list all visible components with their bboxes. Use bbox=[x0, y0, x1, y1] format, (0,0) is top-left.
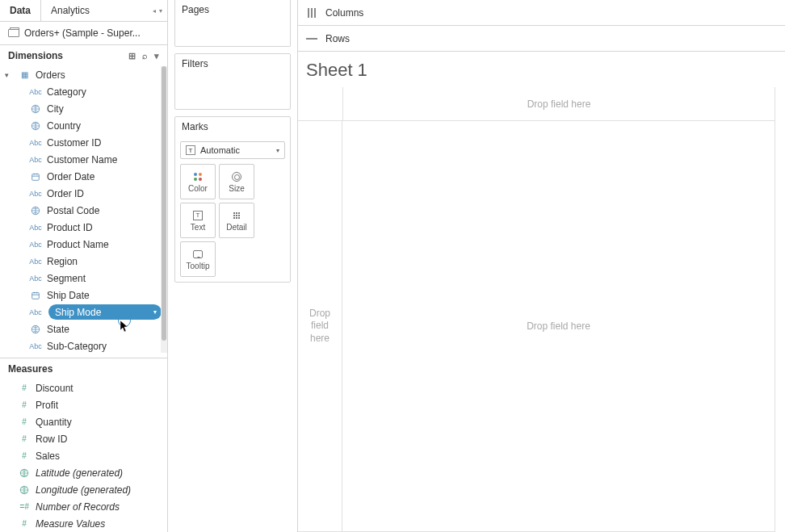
dimension-state[interactable]: State bbox=[0, 320, 167, 337]
measure-measure-values[interactable]: #Measure Values bbox=[0, 515, 167, 532]
dimension-product-name[interactable]: AbcProduct Name bbox=[0, 236, 167, 253]
measure-profit[interactable]: #Profit bbox=[0, 396, 167, 413]
dimensions-list: ▾ ▦ Orders AbcCategoryCityCountryAbcCust… bbox=[0, 66, 167, 354]
columns-icon bbox=[306, 8, 317, 18]
rows-label: Rows bbox=[325, 33, 350, 44]
viz-drop-area[interactable]: Drop field here Drop field here Drop fie… bbox=[298, 87, 775, 532]
field-label: Profit bbox=[36, 400, 58, 411]
detail-button[interactable]: Detail bbox=[219, 203, 254, 238]
dimension-product-id[interactable]: AbcProduct ID bbox=[0, 219, 167, 236]
size-button[interactable]: Size bbox=[219, 164, 254, 199]
measure-quantity[interactable]: #Quantity bbox=[0, 413, 167, 430]
rows-shelf[interactable]: Rows bbox=[298, 26, 785, 52]
text-button[interactable]: T Text bbox=[180, 203, 216, 238]
field-label: Row ID bbox=[36, 434, 67, 445]
datasource-icon bbox=[8, 29, 19, 37]
field-label: Country bbox=[47, 120, 81, 132]
field-label: Customer Name bbox=[47, 154, 117, 165]
chevron-down-icon: ▾ bbox=[5, 71, 13, 79]
dimension-city[interactable]: City bbox=[0, 100, 167, 117]
detail-icon bbox=[233, 210, 240, 221]
field-type-icon: Abc bbox=[29, 341, 42, 350]
view-table-icon[interactable]: ⊞ bbox=[128, 51, 136, 61]
field-label: Discount bbox=[36, 383, 73, 394]
field-type-icon bbox=[29, 104, 42, 114]
field-label: Order Date bbox=[47, 171, 94, 182]
sheet-title[interactable]: Sheet 1 bbox=[298, 60, 775, 81]
svg-rect-7 bbox=[32, 292, 40, 299]
dimension-region[interactable]: AbcRegion bbox=[0, 253, 167, 270]
field-type-icon: Abc bbox=[29, 155, 42, 164]
field-type-icon: Abc bbox=[29, 274, 42, 283]
measure-longitude-generated-[interactable]: Longitude (generated) bbox=[0, 481, 167, 498]
datasource-row[interactable]: Orders+ (Sample - Super... bbox=[0, 22, 167, 45]
measure-latitude-generated-[interactable]: Latitude (generated) bbox=[0, 464, 167, 481]
data-analytics-tabs: Data Analytics bbox=[0, 0, 167, 22]
size-icon bbox=[232, 171, 241, 182]
filters-card[interactable]: Filters bbox=[174, 53, 291, 110]
cards-column: Pages Filters Marks T Automatic Color Si… bbox=[168, 0, 297, 532]
field-label: Segment bbox=[47, 273, 86, 284]
menu-dropdown-icon[interactable]: ▾ bbox=[154, 51, 159, 61]
field-label: Sub-Category bbox=[47, 341, 107, 352]
svg-rect-2 bbox=[32, 174, 40, 180]
field-type-icon bbox=[29, 206, 42, 216]
field-label: City bbox=[47, 103, 64, 115]
columns-shelf[interactable]: Columns bbox=[298, 0, 785, 26]
dimension-ship-mode[interactable]: AbcShip Mode bbox=[0, 304, 167, 320]
dimension-customer-id[interactable]: AbcCustomer ID bbox=[0, 134, 167, 151]
field-label: State bbox=[47, 324, 69, 335]
field-type-icon: Abc bbox=[29, 189, 42, 198]
field-type-icon: Abc bbox=[29, 138, 42, 147]
table-icon: ▦ bbox=[18, 70, 31, 79]
tooltip-button[interactable]: Tooltip bbox=[180, 241, 216, 277]
field-type-icon bbox=[29, 291, 42, 300]
columns-label: Columns bbox=[325, 7, 363, 19]
dimension-sub-category[interactable]: AbcSub-Category bbox=[0, 337, 167, 354]
field-type-icon: # bbox=[18, 519, 31, 528]
pages-card[interactable]: Pages bbox=[174, 0, 291, 47]
field-label: Latitude (generated) bbox=[36, 467, 123, 479]
measure-sales[interactable]: #Sales bbox=[0, 447, 167, 464]
measure-row-id[interactable]: #Row ID bbox=[0, 430, 167, 447]
viz-container: Sheet 1 Drop field here Drop field here … bbox=[298, 52, 785, 532]
text-icon: T bbox=[193, 210, 203, 221]
dimension-order-date[interactable]: Order Date bbox=[0, 168, 167, 185]
field-type-icon: Abc bbox=[29, 87, 42, 96]
table-orders[interactable]: ▾ ▦ Orders bbox=[0, 66, 167, 83]
marks-title: Marks bbox=[175, 117, 290, 136]
field-type-icon: # bbox=[18, 400, 31, 409]
field-type-icon bbox=[18, 485, 31, 495]
field-label: Longitude (generated) bbox=[36, 484, 131, 496]
measure-discount[interactable]: #Discount bbox=[0, 379, 167, 396]
field-type-icon: =# bbox=[18, 502, 31, 511]
field-pill[interactable]: Ship Mode bbox=[48, 304, 162, 320]
dimension-ship-date[interactable]: Ship Date bbox=[0, 287, 167, 304]
measures-label: Measures bbox=[8, 363, 52, 375]
field-label: Product ID bbox=[47, 222, 93, 233]
field-type-icon bbox=[29, 121, 42, 131]
color-icon bbox=[194, 171, 202, 182]
dimension-segment[interactable]: AbcSegment bbox=[0, 270, 167, 287]
dimension-category[interactable]: AbcCategory bbox=[0, 83, 167, 100]
measure-number-of-records[interactable]: =#Number of Records bbox=[0, 498, 167, 515]
dimension-country[interactable]: Country bbox=[0, 117, 167, 134]
color-button[interactable]: Color bbox=[180, 164, 216, 199]
measures-list: #Discount#Profit#Quantity#Row ID#SalesLa… bbox=[0, 379, 167, 532]
field-type-icon: # bbox=[18, 417, 31, 426]
field-label: Quantity bbox=[36, 417, 72, 428]
search-icon[interactable]: ⌕ bbox=[142, 51, 148, 61]
mark-type-select[interactable]: T Automatic bbox=[180, 141, 285, 159]
dimension-postal-code[interactable]: Postal Code bbox=[0, 202, 167, 219]
field-label: Ship Date bbox=[47, 290, 90, 301]
field-label: Customer ID bbox=[47, 137, 101, 149]
dimension-order-id[interactable]: AbcOrder ID bbox=[0, 185, 167, 202]
tab-analytics[interactable]: Analytics bbox=[40, 0, 167, 21]
rows-icon bbox=[306, 37, 317, 40]
dimensions-scrollbar[interactable] bbox=[161, 66, 167, 353]
dimension-customer-name[interactable]: AbcCustomer Name bbox=[0, 151, 167, 168]
field-label: Order ID bbox=[47, 188, 84, 199]
scrollbar-thumb[interactable] bbox=[162, 66, 166, 341]
tab-data[interactable]: Data bbox=[0, 0, 40, 21]
field-type-icon: Abc bbox=[29, 240, 42, 249]
